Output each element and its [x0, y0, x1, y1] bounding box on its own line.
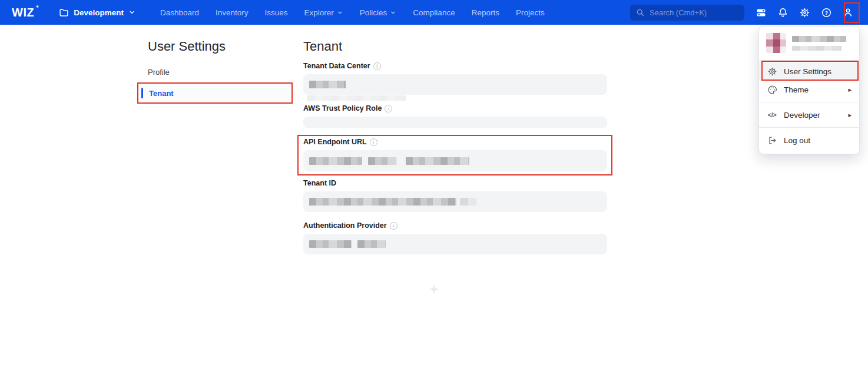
nav-explorer[interactable]: Explorer [296, 0, 352, 25]
sparkle-icon [428, 283, 440, 296]
topbar-actions: ? [755, 6, 854, 18]
redacted-value [309, 240, 352, 248]
sidebar-item-tenant[interactable]: Tenant [137, 82, 293, 104]
logout-icon [767, 135, 777, 145]
user-dropdown-menu: User Settings Theme ▸ </> Developer ▸ Lo… [758, 26, 860, 154]
field-tenant-id: Tenant ID [303, 179, 607, 212]
search-input[interactable] [650, 8, 738, 17]
field-api-endpoint-url: API Endpoint URL [303, 138, 607, 171]
field-label: Tenant ID [303, 179, 607, 187]
menu-item-user-settings[interactable]: User Settings [759, 62, 859, 81]
palette-icon [767, 84, 777, 95]
menu-item-log-out[interactable]: Log out [759, 131, 859, 149]
field-label: API Endpoint URL [303, 138, 607, 146]
redacted-value [309, 81, 346, 88]
chevron-down-icon [337, 9, 343, 16]
field-value-box[interactable] [303, 191, 607, 212]
menu-item-theme[interactable]: Theme ▸ [759, 81, 859, 98]
redacted-value [368, 157, 396, 165]
gear-icon [767, 66, 777, 77]
project-switcher[interactable]: Development [59, 8, 135, 18]
settings-gear-icon[interactable] [799, 6, 810, 18]
field-authentication-provider: Authentication Provider [303, 221, 607, 254]
redacted-value [406, 157, 469, 165]
menu-item-developer[interactable]: </> Developer ▸ [759, 106, 859, 124]
folder-icon [59, 8, 69, 18]
redacted-value [460, 198, 476, 206]
field-aws-trust-policy-role: AWS Trust Policy Role [303, 104, 607, 128]
topbar: WIZ✶ Development Dashboard Inventory Iss… [0, 0, 868, 25]
redacted-value [357, 240, 386, 248]
menu-divider [759, 60, 859, 61]
field-value-box[interactable] [303, 74, 607, 95]
chevron-down-icon [390, 9, 396, 16]
redacted-value [309, 198, 456, 206]
menu-divider [759, 102, 859, 102]
submenu-arrow-icon: ▸ [848, 86, 852, 94]
global-search[interactable] [630, 5, 744, 21]
code-icon: </> [767, 110, 777, 120]
page-title: User Settings [148, 39, 226, 54]
svg-text:?: ? [824, 9, 827, 15]
redacted-value [307, 95, 406, 101]
info-icon[interactable] [373, 62, 381, 70]
nav-policies[interactable]: Policies [352, 0, 405, 25]
field-label: Authentication Provider [303, 221, 607, 230]
field-label: AWS Trust Policy Role [303, 104, 607, 112]
notifications-bell-icon[interactable] [777, 6, 789, 18]
sidebar-item-profile[interactable]: Profile [148, 68, 170, 77]
nav-dashboard[interactable]: Dashboard [152, 0, 207, 25]
nav-inventory[interactable]: Inventory [207, 0, 257, 25]
nav-compliance[interactable]: Compliance [405, 0, 463, 25]
nav-reports[interactable]: Reports [463, 0, 508, 25]
redacted-user-email [792, 46, 842, 51]
nav-issues[interactable]: Issues [257, 0, 296, 25]
project-label: Development [74, 8, 124, 17]
info-icon[interactable] [385, 105, 392, 112]
help-icon[interactable]: ? [820, 6, 832, 18]
nav-projects[interactable]: Projects [508, 0, 553, 25]
info-icon[interactable] [370, 138, 377, 146]
field-value-box[interactable] [303, 150, 607, 171]
redacted-value [309, 157, 362, 165]
redacted-user-name [792, 36, 846, 42]
stack-icon[interactable] [755, 6, 767, 18]
user-account-icon[interactable] [842, 6, 854, 18]
search-icon [636, 8, 645, 17]
chevron-down-icon [128, 9, 135, 16]
user-info [759, 26, 859, 59]
info-icon[interactable] [390, 222, 397, 230]
section-title: Tenant [303, 39, 342, 54]
field-label: Tenant Data Center [303, 62, 607, 70]
field-value-box[interactable] [303, 117, 607, 128]
logo-sparkle-icon: ✶ [35, 4, 39, 9]
user-name-email-redacted [792, 36, 846, 51]
menu-divider [759, 127, 859, 128]
main-nav: Dashboard Inventory Issues Explorer Poli… [152, 0, 553, 25]
active-indicator-bar [141, 88, 143, 98]
wiz-logo[interactable]: WIZ✶ [12, 6, 39, 19]
submenu-arrow-icon: ▸ [848, 111, 852, 119]
field-tenant-data-center: Tenant Data Center [303, 62, 607, 95]
avatar [766, 33, 786, 53]
field-value-box[interactable] [303, 234, 607, 254]
